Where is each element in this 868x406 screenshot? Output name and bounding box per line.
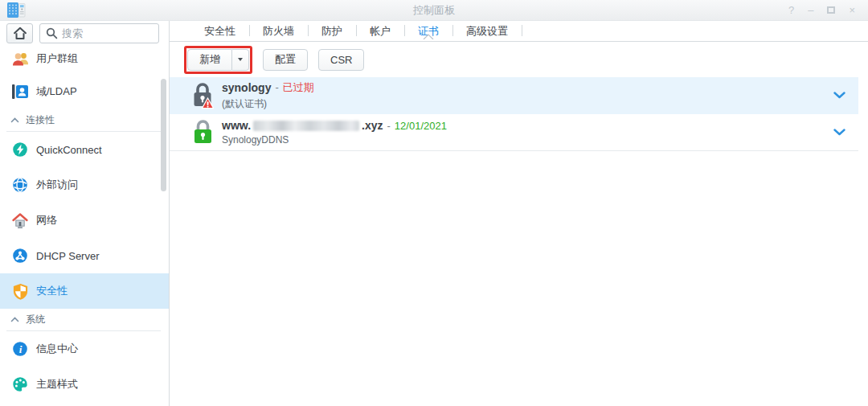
content-panel: 安全性 防火墙 防护 帐户 证书 <box>170 21 868 406</box>
chevron-up-icon <box>10 117 19 123</box>
tab-label: 高级设置 <box>466 24 508 39</box>
sidebar-item-dhcp-server[interactable]: DHCP Server <box>0 238 169 273</box>
add-button[interactable]: 新增 <box>187 49 232 71</box>
maximize-icon[interactable] <box>827 6 835 14</box>
sidebar-item-label: 外部访问 <box>36 178 78 192</box>
tab-label: 防护 <box>321 24 342 39</box>
home-icon <box>13 27 27 40</box>
close-icon[interactable]: × <box>849 5 855 15</box>
security-shield-icon <box>10 282 30 301</box>
configure-button[interactable]: 配置 <box>263 49 308 71</box>
window-controls: ? – × <box>788 5 868 15</box>
external-access-globe-icon <box>10 176 30 194</box>
annotation-highlight-box: 新增 <box>184 46 252 74</box>
users-icon <box>10 50 30 68</box>
home-button[interactable] <box>6 23 33 43</box>
tab-label: 安全性 <box>204 24 235 39</box>
section-header-label: 连接性 <box>26 113 55 127</box>
sidebar-item-label: 主题样式 <box>36 377 78 392</box>
certificate-status-expired: 已过期 <box>283 80 314 95</box>
chevron-down-icon[interactable] <box>833 129 845 136</box>
search-box <box>39 23 159 43</box>
sidebar: 用户群组 域/LDAP <box>0 21 170 406</box>
sidebar-item-network[interactable]: 网络 <box>0 203 169 238</box>
sidebar-scrollbar-thumb[interactable] <box>161 79 166 191</box>
info-center-icon: i <box>10 340 30 358</box>
sidebar-item-user-group[interactable]: 用户群组 <box>0 43 169 74</box>
certificate-expiry-date: 12/01/2021 <box>395 120 447 132</box>
sidebar-item-label: 安全性 <box>36 284 68 298</box>
certificate-name-suffix: .xyz <box>362 119 383 132</box>
section-header-label: 系统 <box>26 313 45 326</box>
sidebar-item-domain-ldap[interactable]: 域/LDAP <box>0 74 169 109</box>
certificate-list: synology - 已过期 (默认证书) <box>170 77 858 151</box>
sidebar-item-label: 域/LDAP <box>36 84 77 99</box>
sidebar-item-theme-style[interactable]: 主题样式 <box>0 367 169 402</box>
sidebar-item-security[interactable]: 安全性 <box>0 273 169 309</box>
sidebar-item-label: DHCP Server <box>36 250 100 262</box>
sidebar-section-connectivity[interactable]: 连接性 <box>6 109 161 132</box>
tab-bar: 安全性 防火墙 防护 帐户 证书 <box>170 21 868 42</box>
tab-firewall[interactable]: 防火墙 <box>249 21 308 41</box>
sidebar-item-info-center[interactable]: i 信息中心 <box>0 331 169 367</box>
sidebar-item-label: 用户群组 <box>36 51 78 66</box>
sidebar-item-label: 信息中心 <box>36 342 78 356</box>
sidebar-item-label: QuickConnect <box>36 144 102 156</box>
control-panel-app-icon <box>6 2 26 19</box>
tab-protection[interactable]: 防护 <box>308 21 356 41</box>
window-title: 控制面板 <box>0 3 868 18</box>
sidebar-list: 用户群组 域/LDAP <box>0 43 169 402</box>
quickconnect-icon <box>10 141 30 158</box>
toolbar: 新增 配置 CSR <box>170 42 868 77</box>
search-icon <box>46 27 58 39</box>
name-status-separator: - <box>275 81 278 93</box>
minimize-icon[interactable]: – <box>808 5 813 15</box>
dhcp-server-icon <box>10 247 30 265</box>
tab-advanced-settings[interactable]: 高级设置 <box>452 21 522 41</box>
sidebar-item-quickconnect[interactable]: QuickConnect <box>0 132 169 167</box>
redacted-domain-text <box>253 121 359 131</box>
tab-security[interactable]: 安全性 <box>190 21 249 41</box>
add-split-button: 新增 <box>187 49 249 71</box>
certificate-subtitle: (默认证书) <box>222 97 821 111</box>
name-status-separator: - <box>387 120 391 132</box>
tab-account[interactable]: 帐户 <box>356 21 404 41</box>
add-dropdown-button[interactable] <box>232 49 249 71</box>
selected-tab-caret <box>423 30 434 42</box>
tab-label: 帐户 <box>370 24 391 39</box>
certificate-row-ddns[interactable]: www. .xyz - 12/01/2021 SynologyDDNS <box>170 114 858 151</box>
search-input[interactable] <box>62 27 152 39</box>
lock-expired-warning-icon <box>192 81 214 110</box>
help-icon[interactable]: ? <box>788 5 794 15</box>
lock-valid-icon <box>192 118 214 147</box>
certificate-subtitle: SynologyDDNS <box>222 134 821 146</box>
certificate-name-prefix: www. <box>222 119 251 132</box>
dropdown-arrow-icon <box>238 58 243 61</box>
svg-text:i: i <box>19 343 23 355</box>
sidebar-item-label: 网络 <box>36 213 57 228</box>
chevron-down-icon[interactable] <box>833 92 845 99</box>
certificate-name: synology <box>222 81 271 94</box>
csr-button[interactable]: CSR <box>318 49 364 71</box>
chevron-up-icon <box>10 317 19 322</box>
control-panel-window: 控制面板 ? – × <box>0 0 868 406</box>
sidebar-section-system[interactable]: 系统 <box>6 309 161 331</box>
network-house-icon <box>10 211 30 229</box>
certificate-row-synology[interactable]: synology - 已过期 (默认证书) <box>170 77 858 114</box>
tab-certificate[interactable]: 证书 <box>404 21 452 41</box>
sidebar-item-external-access[interactable]: 外部访问 <box>0 167 169 203</box>
title-bar: 控制面板 ? – × <box>0 0 868 21</box>
theme-style-icon <box>10 375 30 393</box>
domain-ldap-icon <box>10 83 30 100</box>
tab-label: 防火墙 <box>263 24 294 39</box>
